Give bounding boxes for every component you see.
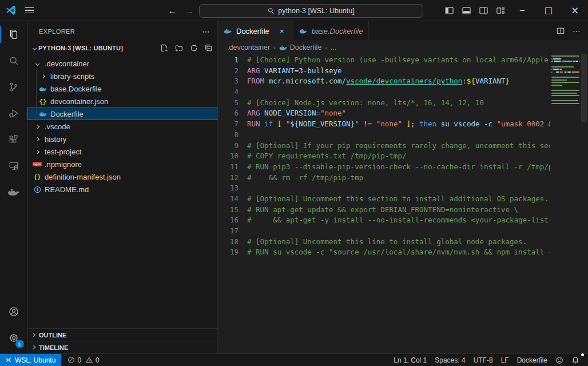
line-number: 4	[218, 87, 239, 98]
tree-item--vscode[interactable]: .vscode	[27, 120, 217, 133]
tab-label: base.Dockerfile	[312, 27, 363, 35]
activity-item-extensions[interactable]	[0, 126, 27, 153]
tree-item-dockerfile[interactable]: Dockerfile	[27, 108, 217, 120]
breadcrumb: .devcontainer › Dockerfile › ...	[218, 41, 588, 54]
line-number: 1	[218, 55, 239, 66]
code-line[interactable]: 19# RUN su vscode -c "source /usr/local/…	[218, 247, 550, 258]
breadcrumb-folder[interactable]: .devcontainer	[227, 43, 270, 51]
code-line[interactable]: 6ARG NODE_VERSION="none"	[218, 108, 550, 119]
code-line[interactable]: 1# [Choice] Python version (use -bullsey…	[218, 55, 550, 66]
tab-label: Dockerfile	[236, 27, 269, 35]
tab-dockerfile[interactable]: Dockerfile ×	[218, 21, 293, 41]
refresh-icon[interactable]	[190, 44, 198, 52]
code-line[interactable]: 7RUN if [ "${NODE_VERSION}" != "none" ];…	[218, 119, 550, 130]
tree-item-label: .devcontainer	[45, 59, 89, 68]
outline-panel-header[interactable]: OUTLINE	[27, 328, 217, 341]
docker-icon	[224, 27, 232, 35]
problems-indicator[interactable]: 0 0	[63, 354, 103, 366]
activity-item-source-control[interactable]	[0, 74, 27, 100]
maximize-button[interactable]: □	[535, 0, 562, 21]
code-line[interactable]: 2ARG VARIANT=3-bullseye	[218, 66, 550, 77]
new-folder-icon[interactable]	[175, 44, 183, 52]
close-tab-icon[interactable]: ×	[277, 26, 287, 37]
line-number: 5	[218, 98, 239, 109]
activity-item-explorer[interactable]	[0, 21, 27, 47]
tree-item-library-scripts[interactable]: library-scripts	[27, 70, 217, 82]
code-line[interactable]: 15# RUN apt-get update && export DEBIAN_…	[218, 205, 550, 216]
npm-icon: npm	[33, 160, 42, 169]
tab-base-dockerfile[interactable]: base.Dockerfile	[293, 21, 370, 41]
customize-layout-icon[interactable]	[492, 2, 509, 18]
source-control-icon	[8, 81, 19, 93]
tree-item--devcontainer[interactable]: .devcontainer	[27, 57, 217, 70]
feedback-icon[interactable]	[551, 354, 567, 366]
toggle-panel-icon[interactable]	[458, 2, 475, 18]
code-line[interactable]: 3FROM mcr.microsoft.com/vscode/devcontai…	[218, 76, 550, 87]
breadcrumb-file[interactable]: Dockerfile	[290, 43, 322, 51]
editor-group: Dockerfile × base.Dockerfile ⋯ .devconta…	[218, 21, 588, 353]
code-line[interactable]: 4	[218, 87, 550, 98]
tree-item-label: .npmignore	[45, 160, 82, 169]
timeline-panel-header[interactable]: TIMELINE	[27, 341, 217, 353]
close-button[interactable]: ×	[562, 0, 588, 21]
outline-panel-label: OUTLINE	[39, 332, 66, 339]
tree-item--npmignore[interactable]: npm.npmignore	[27, 158, 217, 170]
code-line[interactable]: 17	[218, 226, 550, 237]
remote-indicator[interactable]: WSL: Ubuntu	[0, 354, 61, 366]
tree-item-label: history	[45, 135, 66, 144]
code-line[interactable]: 13	[218, 183, 550, 194]
indentation[interactable]: Spaces: 4	[431, 354, 469, 366]
tree-item-base-dockerfile[interactable]: base.Dockerfile	[27, 82, 217, 95]
activity-item-settings[interactable]: 1	[0, 325, 27, 351]
tree-item-label: library-scripts	[50, 72, 94, 81]
eol-sequence[interactable]: LF	[497, 354, 513, 366]
line-number: 11	[218, 162, 239, 173]
code-line[interactable]: 16# && apt-get -y install --no-install-r…	[218, 215, 550, 226]
code-line[interactable]: 10# COPY requirements.txt /tmp/pip-tmp/	[218, 151, 550, 162]
code-line[interactable]: 5# [Choice] Node.js version: none, lts/*…	[218, 98, 550, 109]
language-mode[interactable]: Dockerfile	[513, 354, 551, 366]
split-editor-icon[interactable]	[557, 27, 565, 35]
activity-item-docker[interactable]	[0, 179, 27, 205]
code-line[interactable]: 9# [Optional] If your pip requirements r…	[218, 141, 550, 152]
line-number: 3	[218, 76, 239, 87]
activity-item-search[interactable]	[0, 47, 27, 74]
menu-icon[interactable]	[19, 2, 39, 19]
explorer-project-header[interactable]: PYTHON-3 [WSL: UBUNTU]	[27, 41, 217, 55]
explorer-more-actions-icon[interactable]: ⋯	[202, 27, 210, 36]
tree-item-devcontainer-json[interactable]: {}devcontainer.json	[27, 95, 217, 108]
tree-item-definition-manifest-json[interactable]: {}definition-manifest.json	[27, 170, 217, 183]
code-line[interactable]: 11# RUN pip3 --disable-pip-version-check…	[218, 162, 550, 173]
minimize-button[interactable]: ─	[509, 0, 535, 21]
scrollbar[interactable]	[580, 54, 588, 353]
tree-item-history[interactable]: history	[27, 133, 217, 145]
encoding[interactable]: UTF-8	[470, 354, 497, 366]
toggle-secondary-sidebar-icon[interactable]	[475, 2, 492, 18]
forward-icon[interactable]: →	[182, 4, 197, 18]
code-line[interactable]: 18# [Optional] Uncomment this line to in…	[218, 237, 550, 248]
notifications-bell-icon[interactable]	[567, 354, 583, 366]
new-file-icon[interactable]	[160, 44, 168, 52]
minimap[interactable]	[550, 54, 580, 105]
command-center-search[interactable]: python-3 [WSL: Ubuntu]	[199, 4, 423, 18]
remote-label: WSL: Ubuntu	[15, 356, 55, 364]
toggle-sidebar-icon[interactable]	[440, 2, 458, 18]
tree-item-test-project[interactable]: test-project	[27, 145, 217, 158]
editor-more-actions-icon[interactable]: ⋯	[573, 26, 581, 35]
cursor-position[interactable]: Ln 1, Col 1	[390, 354, 431, 366]
activity-item-run-debug[interactable]	[0, 100, 27, 126]
activity-item-remote-explorer[interactable]	[0, 153, 27, 179]
code-text: # [Optional] Uncomment this section to i…	[239, 194, 549, 205]
error-count: 0	[77, 356, 81, 364]
breadcrumb-symbol[interactable]: ...	[331, 43, 336, 51]
code-line[interactable]: 14# [Optional] Uncomment this section to…	[218, 194, 550, 205]
code-line[interactable]: 12# && rm -rf /tmp/pip-tmp	[218, 173, 550, 184]
code-area[interactable]: 1# [Choice] Python version (use -bullsey…	[218, 54, 588, 353]
docker-icon	[279, 44, 288, 51]
extensions-icon	[8, 134, 19, 145]
code-line[interactable]: 8	[218, 130, 550, 141]
collapse-all-icon[interactable]	[205, 44, 213, 52]
activity-item-account[interactable]	[0, 299, 27, 325]
tree-item-readme-md[interactable]: README.md	[27, 183, 217, 196]
back-icon[interactable]: ←	[165, 4, 180, 18]
